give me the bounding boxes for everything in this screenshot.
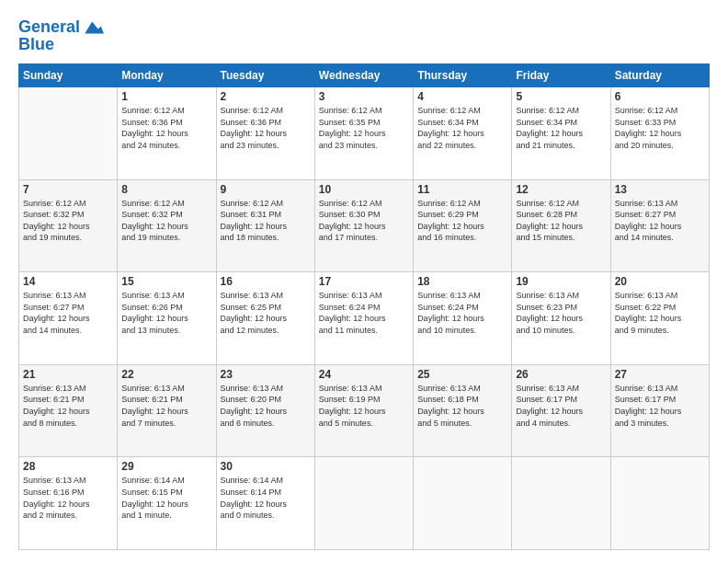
day-number: 20 (615, 275, 705, 288)
calendar-header-friday: Friday (512, 64, 610, 87)
day-info: Sunrise: 6:13 AM Sunset: 6:27 PM Dayligh… (615, 198, 705, 244)
logo-icon (82, 17, 104, 39)
day-number: 17 (319, 275, 409, 288)
calendar-cell: 20Sunrise: 6:13 AM Sunset: 6:22 PM Dayli… (610, 272, 709, 365)
day-info: Sunrise: 6:13 AM Sunset: 6:24 PM Dayligh… (417, 290, 507, 336)
day-number: 22 (121, 368, 211, 381)
day-info: Sunrise: 6:13 AM Sunset: 6:25 PM Dayligh… (221, 290, 311, 336)
day-number: 28 (23, 460, 113, 473)
logo-text: General (18, 18, 80, 37)
day-info: Sunrise: 6:12 AM Sunset: 6:31 PM Dayligh… (221, 198, 311, 244)
page: General Blue SundayMondayTuesdayWednesda… (0, 0, 728, 563)
calendar-cell: 8Sunrise: 6:12 AM Sunset: 6:32 PM Daylig… (118, 179, 216, 272)
day-number: 1 (121, 90, 211, 103)
day-number: 14 (23, 275, 113, 288)
day-number: 8 (121, 183, 211, 196)
day-number: 19 (516, 275, 606, 288)
calendar-cell: 10Sunrise: 6:12 AM Sunset: 6:30 PM Dayli… (314, 179, 413, 272)
calendar-cell: 21Sunrise: 6:13 AM Sunset: 6:21 PM Dayli… (19, 364, 118, 457)
day-number: 16 (221, 275, 311, 288)
calendar-week-row: 14Sunrise: 6:13 AM Sunset: 6:27 PM Dayli… (19, 272, 710, 365)
day-number: 11 (417, 183, 507, 196)
calendar-cell: 22Sunrise: 6:13 AM Sunset: 6:21 PM Dayli… (118, 364, 216, 457)
calendar-week-row: 21Sunrise: 6:13 AM Sunset: 6:21 PM Dayli… (19, 364, 710, 457)
day-number: 26 (516, 368, 606, 381)
calendar-header-row: SundayMondayTuesdayWednesdayThursdayFrid… (19, 64, 710, 87)
calendar-header-saturday: Saturday (610, 64, 709, 87)
day-info: Sunrise: 6:12 AM Sunset: 6:30 PM Dayligh… (319, 198, 409, 244)
logo: General Blue (18, 17, 104, 54)
day-info: Sunrise: 6:13 AM Sunset: 6:17 PM Dayligh… (516, 383, 606, 429)
day-info: Sunrise: 6:14 AM Sunset: 6:14 PM Dayligh… (221, 475, 311, 521)
calendar-cell: 1Sunrise: 6:12 AM Sunset: 6:36 PM Daylig… (118, 87, 216, 180)
calendar-week-row: 28Sunrise: 6:13 AM Sunset: 6:16 PM Dayli… (19, 457, 710, 550)
day-info: Sunrise: 6:12 AM Sunset: 6:32 PM Dayligh… (23, 198, 113, 244)
day-number: 18 (417, 275, 507, 288)
calendar-cell (414, 457, 512, 550)
day-info: Sunrise: 6:12 AM Sunset: 6:34 PM Dayligh… (417, 105, 507, 151)
calendar-cell: 15Sunrise: 6:13 AM Sunset: 6:26 PM Dayli… (118, 272, 216, 365)
day-info: Sunrise: 6:13 AM Sunset: 6:19 PM Dayligh… (319, 383, 409, 429)
calendar: SundayMondayTuesdayWednesdayThursdayFrid… (18, 63, 710, 550)
calendar-cell: 11Sunrise: 6:12 AM Sunset: 6:29 PM Dayli… (414, 179, 512, 272)
calendar-cell: 27Sunrise: 6:13 AM Sunset: 6:17 PM Dayli… (610, 364, 709, 457)
day-number: 30 (221, 460, 311, 473)
calendar-cell: 2Sunrise: 6:12 AM Sunset: 6:36 PM Daylig… (216, 87, 314, 180)
day-info: Sunrise: 6:12 AM Sunset: 6:32 PM Dayligh… (121, 198, 211, 244)
calendar-cell: 3Sunrise: 6:12 AM Sunset: 6:35 PM Daylig… (314, 87, 413, 180)
calendar-cell (512, 457, 610, 550)
calendar-cell (314, 457, 413, 550)
day-info: Sunrise: 6:13 AM Sunset: 6:21 PM Dayligh… (23, 383, 113, 429)
svg-marker-0 (85, 22, 104, 34)
calendar-cell: 14Sunrise: 6:13 AM Sunset: 6:27 PM Dayli… (19, 272, 118, 365)
day-number: 23 (221, 368, 311, 381)
day-number: 5 (516, 90, 606, 103)
day-info: Sunrise: 6:13 AM Sunset: 6:23 PM Dayligh… (516, 290, 606, 336)
calendar-cell: 26Sunrise: 6:13 AM Sunset: 6:17 PM Dayli… (512, 364, 610, 457)
day-number: 29 (121, 460, 211, 473)
calendar-header-tuesday: Tuesday (216, 64, 314, 87)
day-info: Sunrise: 6:12 AM Sunset: 6:29 PM Dayligh… (417, 198, 507, 244)
day-info: Sunrise: 6:14 AM Sunset: 6:15 PM Dayligh… (121, 475, 211, 521)
calendar-cell (610, 457, 709, 550)
day-number: 2 (221, 90, 311, 103)
day-info: Sunrise: 6:13 AM Sunset: 6:22 PM Dayligh… (615, 290, 705, 336)
calendar-cell: 19Sunrise: 6:13 AM Sunset: 6:23 PM Dayli… (512, 272, 610, 365)
calendar-header-monday: Monday (118, 64, 216, 87)
calendar-cell: 23Sunrise: 6:13 AM Sunset: 6:20 PM Dayli… (216, 364, 314, 457)
day-info: Sunrise: 6:13 AM Sunset: 6:26 PM Dayligh… (121, 290, 211, 336)
calendar-cell: 9Sunrise: 6:12 AM Sunset: 6:31 PM Daylig… (216, 179, 314, 272)
day-info: Sunrise: 6:12 AM Sunset: 6:28 PM Dayligh… (516, 198, 606, 244)
day-number: 9 (221, 183, 311, 196)
calendar-week-row: 7Sunrise: 6:12 AM Sunset: 6:32 PM Daylig… (19, 179, 710, 272)
calendar-cell: 18Sunrise: 6:13 AM Sunset: 6:24 PM Dayli… (414, 272, 512, 365)
calendar-cell: 25Sunrise: 6:13 AM Sunset: 6:18 PM Dayli… (414, 364, 512, 457)
calendar-header-thursday: Thursday (414, 64, 512, 87)
day-info: Sunrise: 6:13 AM Sunset: 6:21 PM Dayligh… (121, 383, 211, 429)
calendar-cell: 29Sunrise: 6:14 AM Sunset: 6:15 PM Dayli… (118, 457, 216, 550)
logo-blue: Blue (18, 35, 54, 54)
day-number: 21 (23, 368, 113, 381)
calendar-cell: 6Sunrise: 6:12 AM Sunset: 6:33 PM Daylig… (610, 87, 709, 180)
day-info: Sunrise: 6:13 AM Sunset: 6:17 PM Dayligh… (615, 383, 705, 429)
header: General Blue (18, 17, 710, 54)
day-number: 10 (319, 183, 409, 196)
day-info: Sunrise: 6:12 AM Sunset: 6:34 PM Dayligh… (516, 105, 606, 151)
day-info: Sunrise: 6:13 AM Sunset: 6:16 PM Dayligh… (23, 475, 113, 521)
day-number: 15 (121, 275, 211, 288)
day-number: 12 (516, 183, 606, 196)
day-info: Sunrise: 6:13 AM Sunset: 6:24 PM Dayligh… (319, 290, 409, 336)
day-info: Sunrise: 6:12 AM Sunset: 6:35 PM Dayligh… (319, 105, 409, 151)
calendar-header-sunday: Sunday (19, 64, 118, 87)
calendar-header-wednesday: Wednesday (314, 64, 413, 87)
day-number: 27 (615, 368, 705, 381)
day-number: 6 (615, 90, 705, 103)
calendar-cell (19, 87, 118, 180)
calendar-cell: 30Sunrise: 6:14 AM Sunset: 6:14 PM Dayli… (216, 457, 314, 550)
calendar-cell: 13Sunrise: 6:13 AM Sunset: 6:27 PM Dayli… (610, 179, 709, 272)
calendar-cell: 5Sunrise: 6:12 AM Sunset: 6:34 PM Daylig… (512, 87, 610, 180)
day-info: Sunrise: 6:12 AM Sunset: 6:36 PM Dayligh… (121, 105, 211, 151)
day-number: 13 (615, 183, 705, 196)
calendar-cell: 16Sunrise: 6:13 AM Sunset: 6:25 PM Dayli… (216, 272, 314, 365)
day-info: Sunrise: 6:13 AM Sunset: 6:18 PM Dayligh… (417, 383, 507, 429)
